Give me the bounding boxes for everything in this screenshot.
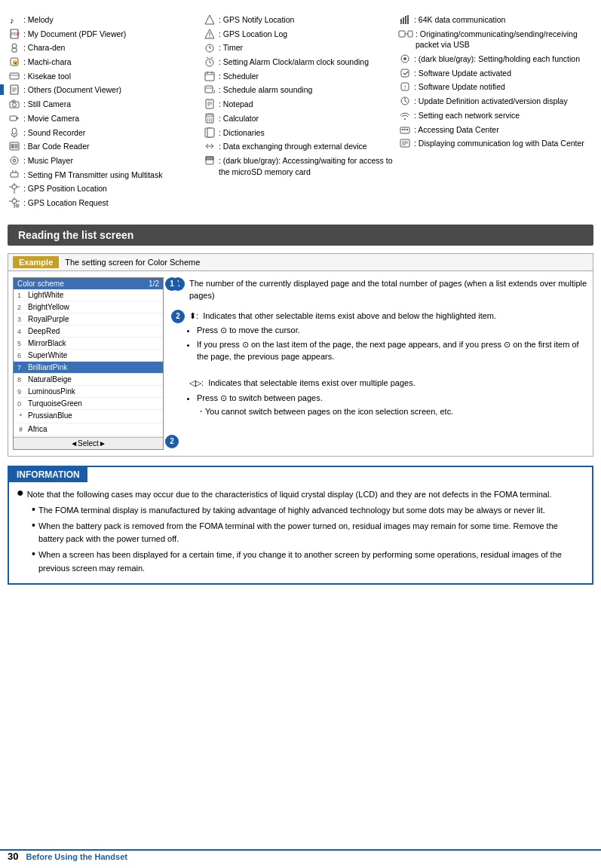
list-item: : GPS Notify Location (203, 14, 398, 26)
sub-bullet-dot: • (32, 520, 35, 530)
svg-rect-69 (207, 115, 213, 117)
gps-notify-icon (203, 14, 216, 25)
svg-rect-4 (12, 48, 17, 52)
icon-label: : GPS Location Request (23, 197, 203, 209)
icon-label: : Dictionaries (219, 127, 398, 139)
information-header: INFORMATION (9, 467, 87, 482)
comm-log-icon (398, 138, 412, 148)
list-item: : Still Camera (8, 98, 203, 111)
svg-line-53 (211, 57, 213, 58)
leftright-symbol: ◁▷ (189, 378, 201, 387)
icon-column-2: : GPS Notify Location : GPS Location Log… (203, 14, 398, 209)
list-item: : Displaying communication log with Data… (398, 137, 593, 150)
icon-label: : Setting FM Transmitter using Multitask (23, 170, 203, 181)
svg-rect-83 (407, 15, 409, 24)
list-item: : (dark blue/gray): Setting/holding each… (398, 53, 593, 66)
example-container: Example The setting screen for Color Sch… (8, 253, 593, 457)
icon-label: : Melody (23, 14, 203, 26)
list-item: : Dictionaries (203, 127, 398, 139)
phone-select-button[interactable]: ◄Select► (14, 437, 163, 449)
phone-mockup-wrapper: Color scheme 1/2 1LightWhite 2BrightYell… (13, 277, 164, 450)
setting-hold-icon (398, 53, 412, 64)
icon-label: : (dark blue/gray): Setting/holding each… (414, 53, 593, 65)
svg-rect-7 (10, 73, 19, 79)
page-container: ♪ : Melody PDF : My Document (PDF Viewer… (0, 0, 601, 868)
music-player-icon: ♫ (8, 155, 21, 166)
example-body: Color scheme 1/2 1LightWhite 2BrightYell… (8, 271, 593, 456)
64k-data-icon (398, 14, 412, 25)
annotation-marker-2: 2 (165, 435, 179, 448)
icon-label: : Timer (219, 42, 398, 53)
icon-label: : GPS Position Location (23, 183, 203, 194)
list-item: ＊PrussianBlue (14, 410, 163, 423)
list-item: : Accessing Data Center (398, 124, 593, 136)
annotation-text-1: The number of the currently displayed pa… (189, 277, 588, 302)
icon-label: : Machi-chara (23, 57, 203, 68)
schedule-alarm-icon: ♪ (203, 84, 216, 95)
svg-rect-89 (401, 69, 409, 77)
annotation-marker-1: 1 (165, 277, 179, 291)
network-service-icon (398, 110, 412, 121)
icon-label: : Accessing Data Center (414, 124, 593, 136)
list-item: : 64K data communication (398, 14, 593, 26)
list-item: PDF : My Document (PDF Viewer) (8, 28, 203, 41)
phone-screen: Color scheme 1/2 1LightWhite 2BrightYell… (13, 277, 164, 450)
list-item: ! : Software Update notified (398, 81, 593, 93)
icon-label: : Music Player (23, 155, 203, 167)
update-definition-icon (398, 96, 412, 106)
example-label: Example (13, 256, 59, 268)
svg-point-47 (209, 36, 210, 38)
sub-bullets: • The FOMA terminal display is manufactu… (32, 504, 584, 575)
list-item: 3RoyalPurple (14, 313, 163, 326)
list-item: 2BrightYellow (14, 301, 163, 313)
list-item: 0TurquoiseGreen (14, 398, 163, 410)
svg-rect-86 (408, 31, 412, 37)
main-bullet-text: Note that the following cases may occur … (27, 488, 552, 502)
svg-text:🐱: 🐱 (12, 59, 19, 66)
svg-point-37 (12, 199, 17, 203)
example-header: Example The setting screen for Color Sch… (8, 254, 593, 271)
list-item: ♪ : Melody (8, 14, 203, 26)
list-item: 6SuperWhite (14, 350, 163, 362)
gps-request-icon: ? (8, 197, 21, 208)
software-update-activated-icon (398, 68, 412, 78)
list-item: : Chara-den (8, 41, 203, 54)
icon-column-3: : 64K data communication : Originating/c… (398, 14, 593, 209)
svg-text:♪: ♪ (10, 16, 14, 25)
icon-label: : Setting each network service (414, 110, 593, 121)
icons-section: ♪ : Melody PDF : My Document (PDF Viewer… (0, 8, 601, 215)
annotation-circle-2: 2 (165, 435, 179, 448)
list-item: : Update Definition activated/version di… (398, 95, 593, 108)
section-heading-text: Reading the list screen (18, 229, 133, 241)
list-item: : (dark blue/gray): Accessing/waiting fo… (203, 154, 398, 178)
timer-icon (203, 42, 216, 53)
bullet-dot: ● (17, 487, 24, 499)
list-item: : Movie Camera (8, 112, 203, 125)
annotations-panel: 1 The number of the currently displayed … (171, 277, 588, 450)
list-item: : Others (Document Viewer) (8, 84, 203, 96)
sub-bullet-1: • The FOMA terminal display is manufactu… (32, 504, 584, 518)
svg-point-71 (209, 118, 210, 120)
icon-label: : Calculator (219, 113, 398, 124)
annotation-circle-1: 1 (165, 277, 179, 291)
sub-bullet-dot: • (32, 549, 35, 559)
svg-rect-97 (406, 129, 408, 130)
dictionaries-icon (203, 127, 216, 138)
annotation-item-1: 1 The number of the currently displayed … (171, 277, 588, 302)
icon-label: : 64K data communication (414, 14, 593, 26)
svg-rect-81 (403, 17, 404, 24)
sub-bullet-2: • When the battery pack is removed from … (32, 520, 584, 546)
data-exchange-icon (203, 141, 216, 151)
list-item: : GPS Position Location (8, 182, 203, 195)
svg-point-73 (207, 121, 209, 122)
svg-rect-84 (399, 31, 405, 37)
sub-bullet-3: • When a screen has been displayed for a… (32, 549, 584, 575)
list-item: 1LightWhite (14, 289, 163, 301)
icon-label: : GPS Location Log (219, 29, 398, 40)
icon-label: : Software Update activated (414, 68, 593, 79)
icon-label: : Bar Code Reader (23, 141, 203, 152)
information-content: ● Note that the following cases may occu… (9, 482, 592, 584)
icon-label: : GPS Notify Location (219, 14, 398, 26)
icon-label: : Scheduler (219, 71, 398, 82)
icon-label: : (dark blue/gray): Accessing/waiting fo… (219, 155, 398, 177)
